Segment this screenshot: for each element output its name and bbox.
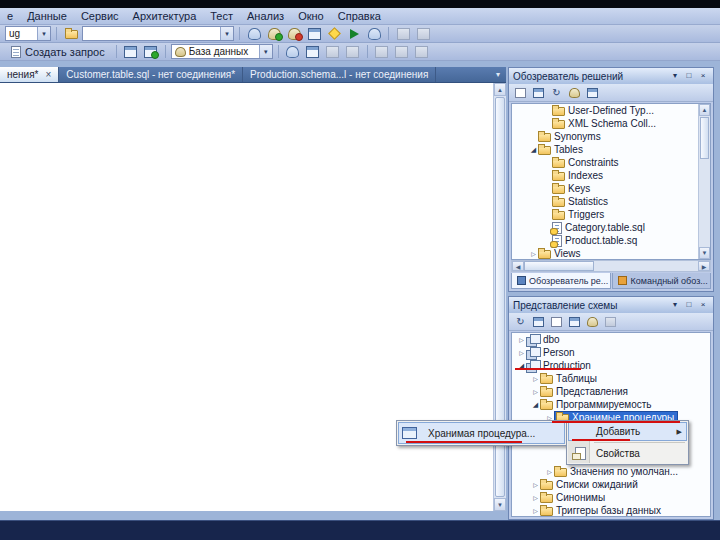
menu-item-help[interactable]: Справка <box>331 9 388 23</box>
scroll-down-icon[interactable]: ▼ <box>494 498 506 511</box>
database-remove-button[interactable] <box>285 26 303 42</box>
tree-item-views[interactable]: Views <box>512 247 710 260</box>
tree-item-views-ru[interactable]: Представления <box>512 385 710 398</box>
collapsed-arrow-icon[interactable] <box>531 389 540 395</box>
tree-item-production[interactable]: Production <box>512 359 710 372</box>
connect-database-button[interactable] <box>245 26 263 42</box>
tree-item-tables[interactable]: Tables <box>512 143 710 156</box>
extra-tool-button[interactable] <box>394 26 412 42</box>
document-tab-customer[interactable]: Customer.table.sql - нет соединения* <box>59 67 243 82</box>
scrollbar-thumb[interactable] <box>700 117 709 159</box>
tree-item-db-triggers[interactable]: Триггеры базы данных <box>512 504 710 517</box>
expanded-arrow-icon[interactable] <box>531 401 540 408</box>
collapsed-arrow-icon[interactable] <box>517 337 526 343</box>
properties-button[interactable] <box>513 86 528 100</box>
tree-item-dbo[interactable]: dbo <box>512 333 710 346</box>
settings-button[interactable] <box>603 315 618 329</box>
scroll-left-icon[interactable]: ◀ <box>512 261 524 271</box>
tab-close-icon[interactable]: × <box>46 70 52 80</box>
scrollbar-track[interactable] <box>594 261 698 271</box>
view-designer-button[interactable] <box>585 86 600 100</box>
execute-button[interactable] <box>284 44 302 60</box>
document-list-chevron-icon[interactable]: ▾ <box>490 67 506 82</box>
tree-item-wait-lists[interactable]: Списки ожиданий <box>512 478 710 491</box>
database-ok-button[interactable] <box>265 26 283 42</box>
scroll-right-icon[interactable]: ▶ <box>698 261 710 271</box>
tree-item-programmability[interactable]: Программируемость <box>512 398 710 411</box>
tree-item-defaults[interactable]: Значения по умолчан... <box>512 465 710 478</box>
dropdown-arrow-icon[interactable] <box>259 45 272 58</box>
collapsed-arrow-icon[interactable] <box>531 495 540 501</box>
tree-item-product-table-sql[interactable]: Product.table.sq <box>512 234 710 247</box>
solution-explorer-titlebar[interactable]: Обозреватель решений ▾ □ × <box>509 68 713 84</box>
open-file-button[interactable] <box>62 26 80 42</box>
disabled-tool-button[interactable] <box>413 44 431 60</box>
tree-item-category-table-sql[interactable]: Category.table.sql <box>512 221 710 234</box>
menu-item-service[interactable]: Сервис <box>74 9 126 23</box>
tree-item-statistics[interactable]: Statistics <box>512 195 710 208</box>
expanded-arrow-icon[interactable] <box>529 146 538 153</box>
collapsed-arrow-icon[interactable] <box>531 482 540 488</box>
pin-icon[interactable]: □ <box>683 299 695 311</box>
window-menu-icon[interactable]: ▾ <box>669 70 681 82</box>
filter-button[interactable] <box>549 315 564 329</box>
sort-button[interactable] <box>531 315 546 329</box>
tab-command-explorer[interactable]: Командный обоз... <box>612 273 711 289</box>
menu-item-cut[interactable]: е <box>0 9 20 23</box>
context-menu-item-properties[interactable]: Свойства <box>568 444 687 463</box>
results-to-grid-button[interactable] <box>122 44 140 60</box>
database-button[interactable] <box>365 26 383 42</box>
document-tab-production[interactable]: Production.schema...l - нет соединения <box>243 67 436 82</box>
editor-vertical-scrollbar[interactable]: ▲ ▼ <box>493 83 506 511</box>
close-icon[interactable]: × <box>697 70 709 82</box>
collapsed-arrow-icon[interactable] <box>531 376 540 382</box>
disabled-tool-button[interactable] <box>373 44 391 60</box>
scroll-up-icon[interactable]: ▲ <box>699 104 710 116</box>
tree-item-synonyms[interactable]: Synonyms <box>512 130 710 143</box>
show-all-files-button[interactable] <box>531 86 546 100</box>
disabled-tool-button[interactable] <box>344 44 362 60</box>
tree-item-tables-ru[interactable]: Таблицы <box>512 372 710 385</box>
tree-item-keys[interactable]: Keys <box>512 182 710 195</box>
results-grid-button[interactable] <box>305 26 323 42</box>
dropdown-arrow-icon[interactable] <box>220 27 233 40</box>
group-button[interactable] <box>567 315 582 329</box>
sql-editor-surface[interactable]: ▲ ▼ <box>0 82 506 511</box>
debug-configuration-combo[interactable]: ug <box>5 26 51 41</box>
solution-explorer-vertical-scrollbar[interactable]: ▲ ▼ <box>698 104 710 259</box>
connection-combo[interactable] <box>82 26 234 41</box>
run-button[interactable] <box>345 26 363 42</box>
scrollbar-thumb[interactable] <box>524 261 594 271</box>
collapsed-arrow-icon[interactable] <box>531 508 540 514</box>
tree-item-indexes[interactable]: Indexes <box>512 169 710 182</box>
scroll-up-icon[interactable]: ▲ <box>494 83 506 96</box>
pin-icon[interactable]: □ <box>683 70 695 82</box>
refresh-button[interactable]: ↻ <box>513 315 528 329</box>
tree-item-synonyms-ru[interactable]: Синонимы <box>512 491 710 504</box>
parse-button[interactable] <box>304 44 322 60</box>
dropdown-arrow-icon[interactable] <box>37 27 50 40</box>
collapsed-arrow-icon[interactable] <box>517 350 526 356</box>
close-icon[interactable]: × <box>697 299 709 311</box>
document-tab-active[interactable]: нения* × <box>0 67 59 82</box>
menu-item-data[interactable]: Данные <box>20 9 74 23</box>
new-query-button[interactable]: Создать запрос <box>5 44 111 60</box>
solution-explorer-horizontal-scrollbar[interactable]: ◀ ▶ <box>511 260 711 272</box>
menu-item-test[interactable]: Тест <box>203 9 240 23</box>
extra-tool-button[interactable] <box>414 26 432 42</box>
collapsed-arrow-icon[interactable] <box>529 251 538 257</box>
collapsed-arrow-icon[interactable] <box>545 469 554 475</box>
menu-item-window[interactable]: Окно <box>291 9 331 23</box>
favorites-button[interactable] <box>325 26 343 42</box>
tree-item-user-defined-types[interactable]: User-Defined Typ... <box>512 104 710 117</box>
results-to-text-button[interactable] <box>142 44 160 60</box>
schema-view-titlebar[interactable]: Представление схемы ▾ □ × <box>509 297 713 313</box>
refresh-button[interactable]: ↻ <box>549 86 564 100</box>
scroll-down-icon[interactable]: ▼ <box>699 247 710 259</box>
tree-item-person[interactable]: Person <box>512 346 710 359</box>
view-code-button[interactable] <box>567 86 582 100</box>
tree-item-xml-schema[interactable]: XML Schema Coll... <box>512 117 710 130</box>
tab-solution-explorer[interactable]: Обозреватель ре... <box>511 273 611 289</box>
disabled-tool-button[interactable] <box>324 44 342 60</box>
menu-item-analysis[interactable]: Анализ <box>240 9 291 23</box>
